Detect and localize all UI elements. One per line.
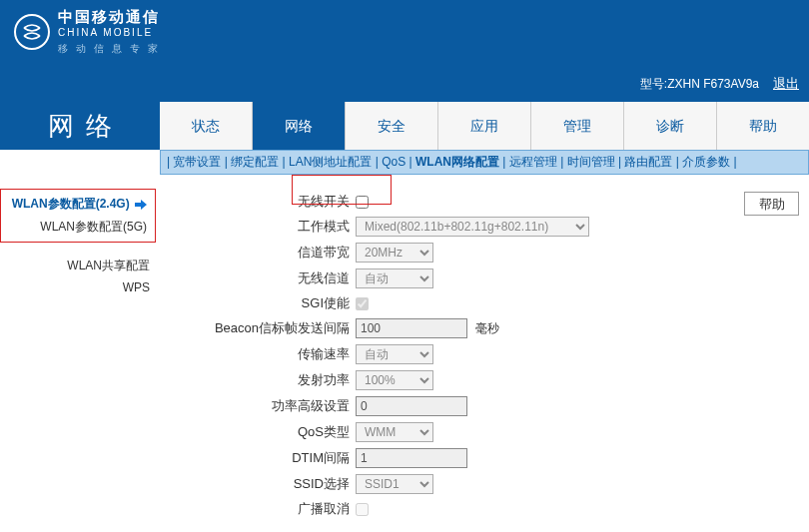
label-qos-type: QoS类型: [186, 423, 356, 441]
sidebar: WLAN参数配置(2.4G) WLAN参数配置(5G) WLAN共享配置 WPS: [0, 175, 160, 524]
logo: 中国移动通信 CHINA MOBILE 移动信息专家: [14, 8, 166, 56]
label-wireless-channel: 无线信道: [186, 269, 356, 287]
subtab-bind[interactable]: 绑定配置: [231, 155, 279, 169]
power-adv-input[interactable]: [356, 396, 467, 416]
label-channel-bw: 信道带宽: [186, 244, 356, 262]
subtab-remote[interactable]: 远程管理: [509, 155, 557, 169]
label-wireless-switch: 无线开关: [186, 193, 356, 211]
tab-app[interactable]: 应用: [437, 102, 530, 150]
brand-en: CHINA MOBILE: [58, 27, 166, 38]
brand-cn: 中国移动通信: [58, 8, 166, 27]
label-txrate: 传输速率: [186, 345, 356, 363]
label-broadcast-cancel: 广播取消: [186, 500, 356, 518]
label-txpower: 发射功率: [186, 371, 356, 389]
subtab-qos[interactable]: QoS: [382, 155, 405, 169]
subtab-route[interactable]: 路由配置: [624, 155, 672, 169]
beacon-input[interactable]: [356, 318, 467, 338]
sidebar-wlan-24g[interactable]: WLAN参数配置(2.4G): [3, 193, 153, 216]
txpower-select[interactable]: 100%: [356, 370, 433, 390]
wireless-channel-select[interactable]: 自动: [356, 268, 433, 288]
label-work-mode: 工作模式: [186, 218, 356, 236]
tab-status[interactable]: 状态: [160, 102, 252, 150]
subtab-lan[interactable]: LAN侧地址配置: [289, 155, 372, 169]
sidebar-highlight-group: WLAN参数配置(2.4G) WLAN参数配置(5G): [0, 189, 156, 243]
label-power-adv: 功率高级设置: [186, 397, 356, 415]
subtab-time[interactable]: 时间管理: [567, 155, 615, 169]
channel-bw-select[interactable]: 20MHz: [356, 243, 433, 263]
header: 中国移动通信 CHINA MOBILE 移动信息专家: [0, 0, 809, 68]
sidebar-wlan-share[interactable]: WLAN共享配置: [0, 255, 156, 277]
sgi-checkbox[interactable]: [356, 297, 369, 310]
subtab-broadband[interactable]: 宽带设置: [173, 155, 221, 169]
subtab-wlan[interactable]: WLAN网络配置: [415, 155, 499, 169]
logo-icon: [14, 14, 50, 50]
wireless-switch-checkbox[interactable]: [356, 196, 369, 209]
main-tabs: 状态 网络 安全 应用 管理 诊断 帮助: [160, 102, 809, 150]
beacon-unit: 毫秒: [475, 320, 499, 337]
logout-link[interactable]: 退出: [773, 75, 799, 93]
help-button[interactable]: 帮助: [744, 192, 799, 216]
sidebar-wps[interactable]: WPS: [0, 277, 156, 297]
sidebar-wlan-24g-label: WLAN参数配置(2.4G): [12, 197, 130, 211]
label-ssid: SSID选择: [186, 475, 356, 493]
broadcast-cancel-checkbox[interactable]: [356, 503, 369, 516]
model-value: ZXHN F673AV9a: [667, 77, 759, 91]
txrate-select[interactable]: 自动: [356, 344, 433, 364]
tab-diag[interactable]: 诊断: [623, 102, 716, 150]
sub-tabs: | 宽带设置 | 绑定配置 | LAN侧地址配置 | QoS | WLAN网络配…: [160, 150, 809, 175]
tab-security[interactable]: 安全: [345, 102, 437, 150]
label-dtim: DTIM间隔: [186, 449, 356, 467]
ssid-select[interactable]: SSID1: [356, 474, 433, 494]
arrow-right-icon: [135, 200, 147, 210]
brand-sub: 移动信息专家: [58, 42, 166, 56]
label-beacon: Beacon信标帧发送间隔: [186, 319, 356, 337]
tab-manage[interactable]: 管理: [530, 102, 623, 150]
subbar: 型号:ZXHN F673AV9a 退出: [0, 68, 809, 102]
page-title: 网络: [0, 102, 160, 150]
dtim-input[interactable]: [356, 448, 467, 468]
subtab-media[interactable]: 介质参数: [682, 155, 730, 169]
model-label: 型号:: [640, 77, 667, 91]
sidebar-wlan-5g[interactable]: WLAN参数配置(5G): [3, 216, 153, 239]
content: 无线开关 工作模式 Mixed(802.11b+802.11g+802.11n)…: [160, 175, 739, 524]
label-sgi: SGI使能: [186, 294, 356, 312]
tab-help[interactable]: 帮助: [716, 102, 809, 150]
qos-type-select[interactable]: WMM: [356, 422, 433, 442]
tab-network[interactable]: 网络: [252, 102, 345, 150]
work-mode-select[interactable]: Mixed(802.11b+802.11g+802.11n): [356, 217, 589, 237]
